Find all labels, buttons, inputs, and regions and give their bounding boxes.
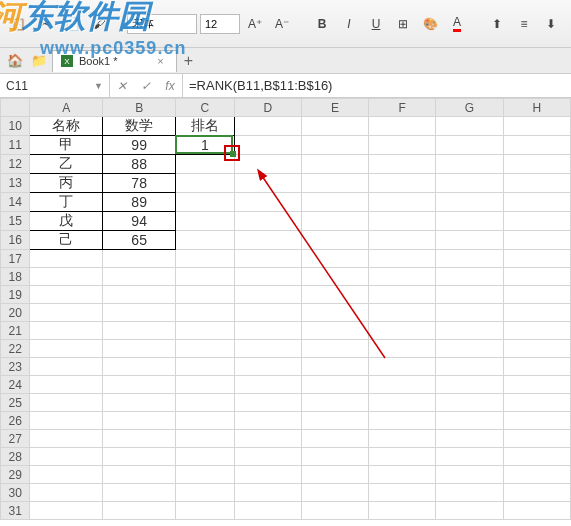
cell-C23[interactable]	[176, 358, 235, 376]
cell-F29[interactable]	[369, 466, 436, 484]
cell-F28[interactable]	[369, 448, 436, 466]
row-header-14[interactable]: 14	[1, 193, 30, 212]
cell-E19[interactable]	[301, 286, 368, 304]
row-header-11[interactable]: 11	[1, 136, 30, 155]
cell-B13[interactable]: 78	[103, 174, 176, 193]
fill-handle[interactable]	[230, 151, 236, 157]
cell-G18[interactable]	[436, 268, 503, 286]
cell-B29[interactable]	[103, 466, 176, 484]
fill-color-button[interactable]: 🎨	[418, 13, 442, 35]
row-header-21[interactable]: 21	[1, 322, 30, 340]
align-top-button[interactable]: ⬆	[485, 13, 509, 35]
row-header-23[interactable]: 23	[1, 358, 30, 376]
cell-D13[interactable]	[234, 174, 301, 193]
cell-D19[interactable]	[234, 286, 301, 304]
cell-B23[interactable]	[103, 358, 176, 376]
cell-B14[interactable]: 89	[103, 193, 176, 212]
cell-C11[interactable]: 1	[176, 136, 235, 155]
cell-B26[interactable]	[103, 412, 176, 430]
cell-D12[interactable]	[234, 155, 301, 174]
cell-E29[interactable]	[301, 466, 368, 484]
cell-A17[interactable]	[30, 250, 103, 268]
cell-C25[interactable]	[176, 394, 235, 412]
new-tab-button[interactable]: +	[179, 51, 199, 71]
cell-B10[interactable]: 数学	[103, 117, 176, 136]
close-icon[interactable]: ×	[154, 54, 168, 68]
cell-G16[interactable]	[436, 231, 503, 250]
cell-H25[interactable]	[503, 394, 570, 412]
cell-H15[interactable]	[503, 212, 570, 231]
cell-H21[interactable]	[503, 322, 570, 340]
row-header-15[interactable]: 15	[1, 212, 30, 231]
align-left-button[interactable]: ≡	[566, 13, 571, 35]
fx-button[interactable]: fx	[158, 79, 182, 93]
cell-E31[interactable]	[301, 502, 368, 520]
cell-A22[interactable]	[30, 340, 103, 358]
cell-D14[interactable]	[234, 193, 301, 212]
decrease-font-button[interactable]: A⁻	[270, 13, 294, 35]
cell-C12[interactable]	[176, 155, 235, 174]
cell-F20[interactable]	[369, 304, 436, 322]
cell-F26[interactable]	[369, 412, 436, 430]
cell-C15[interactable]	[176, 212, 235, 231]
cell-B28[interactable]	[103, 448, 176, 466]
row-header-16[interactable]: 16	[1, 231, 30, 250]
cell-G26[interactable]	[436, 412, 503, 430]
column-header-E[interactable]: E	[301, 99, 368, 117]
cut-button[interactable]: ✂	[33, 13, 57, 35]
cell-H27[interactable]	[503, 430, 570, 448]
document-tab[interactable]: X Book1 * ×	[52, 50, 177, 72]
cell-D23[interactable]	[234, 358, 301, 376]
cell-B17[interactable]	[103, 250, 176, 268]
cell-D24[interactable]	[234, 376, 301, 394]
cell-F25[interactable]	[369, 394, 436, 412]
cell-D17[interactable]	[234, 250, 301, 268]
formula-input[interactable]: =RANK(B11,B$11:B$16)	[183, 74, 571, 97]
format-painter-button[interactable]: 🖌	[87, 13, 111, 35]
cell-A16[interactable]: 己	[30, 231, 103, 250]
cell-H19[interactable]	[503, 286, 570, 304]
cell-F14[interactable]	[369, 193, 436, 212]
cell-D30[interactable]	[234, 484, 301, 502]
cell-H11[interactable]	[503, 136, 570, 155]
cell-G14[interactable]	[436, 193, 503, 212]
cell-F16[interactable]	[369, 231, 436, 250]
cell-G19[interactable]	[436, 286, 503, 304]
cell-G24[interactable]	[436, 376, 503, 394]
font-color-button[interactable]: A	[445, 13, 469, 35]
cell-G20[interactable]	[436, 304, 503, 322]
cell-B24[interactable]	[103, 376, 176, 394]
cell-H16[interactable]	[503, 231, 570, 250]
cell-C14[interactable]	[176, 193, 235, 212]
cell-A10[interactable]: 名称	[30, 117, 103, 136]
cell-E28[interactable]	[301, 448, 368, 466]
cell-E30[interactable]	[301, 484, 368, 502]
cell-G21[interactable]	[436, 322, 503, 340]
cell-A15[interactable]: 戊	[30, 212, 103, 231]
cell-H12[interactable]	[503, 155, 570, 174]
paste-button[interactable]: 📋	[6, 13, 30, 35]
cell-E17[interactable]	[301, 250, 368, 268]
italic-button[interactable]: I	[337, 13, 361, 35]
cell-H13[interactable]	[503, 174, 570, 193]
row-header-29[interactable]: 29	[1, 466, 30, 484]
cell-D21[interactable]	[234, 322, 301, 340]
cell-G10[interactable]	[436, 117, 503, 136]
cell-A27[interactable]	[30, 430, 103, 448]
cell-G11[interactable]	[436, 136, 503, 155]
cell-G15[interactable]	[436, 212, 503, 231]
cell-F19[interactable]	[369, 286, 436, 304]
row-header-13[interactable]: 13	[1, 174, 30, 193]
row-header-19[interactable]: 19	[1, 286, 30, 304]
row-header-22[interactable]: 22	[1, 340, 30, 358]
row-header-12[interactable]: 12	[1, 155, 30, 174]
cell-C22[interactable]	[176, 340, 235, 358]
cell-F23[interactable]	[369, 358, 436, 376]
cell-D28[interactable]	[234, 448, 301, 466]
row-header-25[interactable]: 25	[1, 394, 30, 412]
cell-F11[interactable]	[369, 136, 436, 155]
cell-C31[interactable]	[176, 502, 235, 520]
cell-D15[interactable]	[234, 212, 301, 231]
cell-F22[interactable]	[369, 340, 436, 358]
bold-button[interactable]: B	[310, 13, 334, 35]
